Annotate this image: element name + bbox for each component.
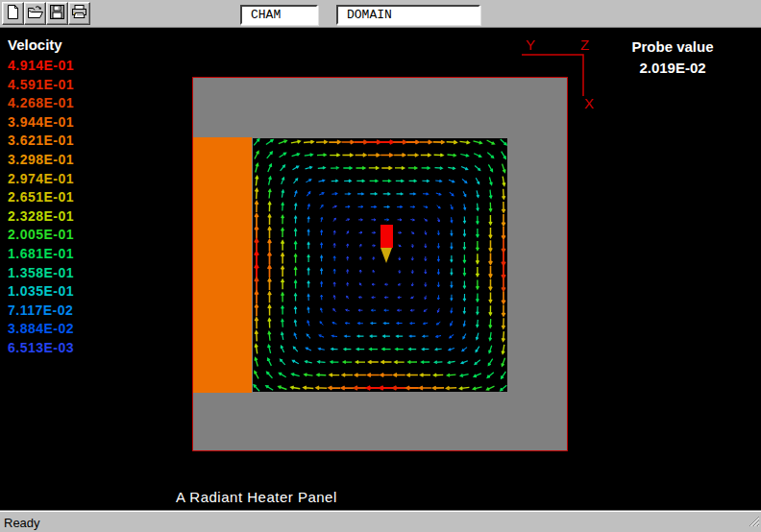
graphics-viewport[interactable]: Velocity 4.914E-014.591E-014.268E-013.94…: [0, 29, 761, 510]
print-button[interactable]: [68, 2, 90, 25]
status-bar: Ready: [0, 510, 761, 532]
legend-entries: 4.914E-014.591E-014.268E-013.944E-013.62…: [8, 57, 74, 358]
legend-entry: 3.944E-01: [8, 113, 74, 133]
legend-entry: 2.974E-01: [8, 170, 74, 189]
probe-marker[interactable]: [380, 225, 393, 264]
legend-entry: 6.513E-03: [8, 339, 74, 358]
legend-entry: 1.681E-01: [8, 245, 74, 264]
cham-field[interactable]: CHAM: [240, 5, 318, 25]
probe-readout: Probe value 2.019E-02: [613, 38, 732, 76]
new-document-icon: [5, 4, 21, 24]
legend-entry: 4.591E-01: [8, 76, 74, 95]
open-folder-icon: [27, 4, 44, 24]
legend-entry: 3.884E-02: [8, 320, 74, 339]
legend-entry: 2.328E-01: [8, 207, 74, 227]
probe-value: 2.019E-02: [613, 60, 732, 76]
axis-z-label: Z: [580, 36, 589, 53]
legend-entry: 2.651E-01: [8, 188, 74, 207]
domain-field[interactable]: DOMAIN: [336, 5, 480, 25]
legend-entry: 4.914E-01: [8, 57, 74, 76]
legend-entry: 3.621E-01: [8, 132, 74, 151]
legend-entry: 3.298E-01: [8, 151, 74, 170]
save-button[interactable]: [46, 2, 68, 25]
legend-title: Velocity: [8, 36, 74, 53]
legend-entry: 1.358E-01: [8, 264, 74, 283]
radiant-heater-panel[interactable]: [193, 137, 252, 393]
status-text: Ready: [4, 516, 40, 530]
velocity-legend: Velocity 4.914E-014.591E-014.268E-013.94…: [8, 36, 74, 358]
vector-plot-region[interactable]: [253, 138, 507, 392]
probe-marker-body: [380, 225, 393, 248]
floppy-disk-icon: [49, 4, 65, 24]
probe-marker-tip: [380, 248, 392, 263]
legend-entry: 7.117E-02: [8, 302, 74, 321]
legend-entry: 2.005E-01: [8, 226, 74, 245]
probe-label: Probe value: [613, 38, 732, 55]
plot-caption: A Radiant Heater Panel: [176, 489, 337, 505]
legend-entry: 1.035E-01: [8, 282, 74, 302]
toolbar: CHAM DOMAIN: [0, 0, 761, 28]
axis-x-label: X: [584, 95, 594, 111]
application-window: CHAM DOMAIN Velocity 4.914E-014.591E-014…: [0, 0, 761, 532]
open-file-button[interactable]: [24, 2, 46, 25]
legend-entry: 4.268E-01: [8, 94, 74, 113]
velocity-vector-field: [253, 138, 507, 392]
resize-grip-icon[interactable]: [747, 514, 760, 531]
new-file-button[interactable]: [2, 2, 24, 25]
solution-domain[interactable]: [192, 77, 568, 451]
printer-icon: [71, 4, 88, 24]
axis-y-label: Y: [526, 36, 535, 53]
